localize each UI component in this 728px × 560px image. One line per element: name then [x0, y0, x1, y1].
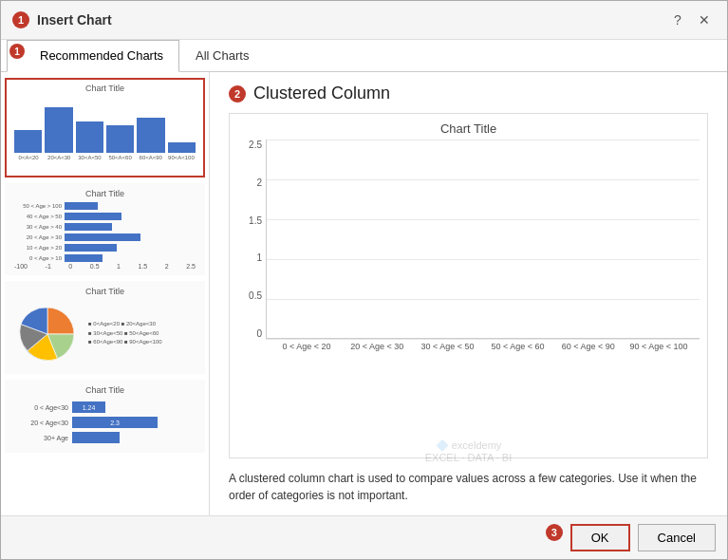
- thumb-bar-2: [45, 107, 72, 153]
- help-button[interactable]: ?: [666, 9, 689, 31]
- thumb-bar-4: [106, 125, 134, 153]
- thumb2-hbars: 50 < Age > 100 40 < Age > 50 30 < Age > …: [10, 201, 199, 263]
- y-label-2: 2: [256, 177, 262, 188]
- chart-description: A clustered column chart is used to comp…: [229, 470, 708, 504]
- stacked-row-3: 30+ Age: [16, 432, 194, 443]
- chart-thumb-clustered-column[interactable]: Chart Title 0<A<20 20<A<30 30<A<50: [5, 78, 205, 177]
- tab-recommended-label: Recommended Charts: [40, 48, 163, 63]
- thumb1-xlabels: 0<A<20 20<A<30 30<A<50 50<A<60 60<A<90 9…: [10, 153, 199, 160]
- titlebar-actions: ? ✕: [666, 9, 716, 31]
- chart-name-row: 2 Clustered Column: [229, 84, 708, 103]
- stacked-row-1: 0 < Age<30 1.24: [16, 401, 194, 413]
- insert-chart-dialog: 1 Insert Chart ? ✕ 1 Recommended Charts …: [0, 0, 728, 560]
- y-label-15: 1.5: [249, 215, 262, 226]
- bars-area: [266, 140, 700, 339]
- step1-badge: 1: [12, 11, 29, 28]
- thumb-bar-6: [168, 142, 196, 153]
- cancel-button[interactable]: Cancel: [638, 524, 716, 551]
- thumb1-title: Chart Title: [10, 84, 199, 93]
- thumb1-chart: 0<A<20 20<A<30 30<A<50 50<A<60 60<A<90 9…: [10, 96, 199, 172]
- y-label-05: 0.5: [249, 290, 262, 301]
- x-label-4: 50 < Age < 60: [487, 339, 550, 386]
- x-label-6: 90 < Age < 100: [627, 339, 690, 386]
- thumb3-content: ■ 0<Age<20 ■ 20<Age<30 ■ 30<Age<50 ■ 50<…: [10, 299, 199, 368]
- right-panel: 2 Clustered Column Chart Title 2.5 2 1.5…: [210, 72, 727, 515]
- chart-thumb-pie[interactable]: Chart Title ■ 0: [5, 281, 205, 374]
- y-axis: 2.5 2 1.5 1 0.5 0: [237, 140, 266, 339]
- step3-badge: 3: [546, 524, 563, 541]
- chart-name-label: Clustered Column: [253, 84, 390, 103]
- y-label-1: 1: [256, 252, 262, 263]
- thumb4-title: Chart Title: [10, 385, 199, 395]
- tab-recommended[interactable]: 1 Recommended Charts: [7, 40, 179, 72]
- tab-step-badge: 1: [9, 44, 25, 59]
- tabs-bar: 1 Recommended Charts All Charts: [1, 40, 727, 72]
- hbar-row-2: 40 < Age > 50: [14, 213, 196, 220]
- tab-all-charts[interactable]: All Charts: [179, 40, 265, 71]
- preview-chart-title: Chart Title: [237, 121, 700, 136]
- hbar-row-5: 10 < Age > 20: [14, 244, 196, 252]
- hbar-row-1: 50 < Age > 100: [14, 202, 196, 210]
- stacked-row-2: 20 < Age<30 2.3: [16, 417, 194, 428]
- x-label-3: 30 < Age < 50: [416, 339, 478, 386]
- thumb3-legend: ■ 0<Age<20 ■ 20<Age<30 ■ 30<Age<50 ■ 50<…: [88, 320, 162, 347]
- preview-area: Chart Title 2.5 2 1.5 1 0.5 0: [229, 113, 708, 458]
- x-label-2: 20 < Age < 30: [345, 339, 408, 386]
- hbar-row-6: 0 < Age > 10: [14, 254, 196, 262]
- tab-all-charts-label: All Charts: [196, 48, 249, 63]
- dialog-footer: 3 OK Cancel: [1, 515, 727, 559]
- thumb2-title: Chart Title: [10, 189, 199, 198]
- chart-list: Chart Title 0<A<20 20<A<30 30<A<50: [1, 72, 210, 515]
- step2-badge: 2: [229, 85, 246, 103]
- x-label-1: 0 < Age < 20: [275, 339, 338, 386]
- bar-chart: 2.5 2 1.5 1 0.5 0: [237, 140, 700, 386]
- close-button[interactable]: ✕: [693, 9, 716, 31]
- thumb-bar-1: [14, 130, 42, 153]
- dialog-title-text: Insert Chart: [37, 12, 112, 28]
- hbar-row-3: 30 < Age > 40: [14, 223, 196, 231]
- titlebar: 1 Insert Chart ? ✕: [1, 1, 727, 40]
- dialog-body: Chart Title 0<A<20 20<A<30 30<A<50: [1, 72, 727, 515]
- dialog-title-row: 1 Insert Chart: [12, 11, 112, 28]
- y-label-0: 0: [256, 328, 262, 339]
- thumb3-title: Chart Title: [10, 287, 199, 296]
- thumb-bar-3: [76, 121, 103, 153]
- chart-thumb-stacked[interactable]: Chart Title 0 < Age<30 1.24 20 < Age<30 …: [5, 380, 205, 453]
- thumb4-content: 0 < Age<30 1.24 20 < Age<30 2.3 30+ Age: [10, 398, 199, 447]
- x-label-5: 60 < Age < 90: [557, 339, 620, 386]
- thumb3-pie: [14, 303, 81, 364]
- chart-thumb-bar[interactable]: Chart Title 50 < Age > 100 40 < Age > 50…: [5, 183, 205, 275]
- thumb-bar-5: [137, 118, 164, 153]
- ok-button[interactable]: OK: [570, 524, 630, 551]
- y-label-25: 2.5: [249, 140, 262, 150]
- x-labels: 0 < Age < 20 20 < Age < 30 30 < Age < 50…: [266, 339, 700, 386]
- thumb1-bars: [10, 96, 199, 153]
- thumb2-xaxis: -100 -1 0 0.5 1 1.5 2 2.5: [10, 263, 199, 270]
- hbar-row-4: 20 < Age > 30: [14, 233, 196, 241]
